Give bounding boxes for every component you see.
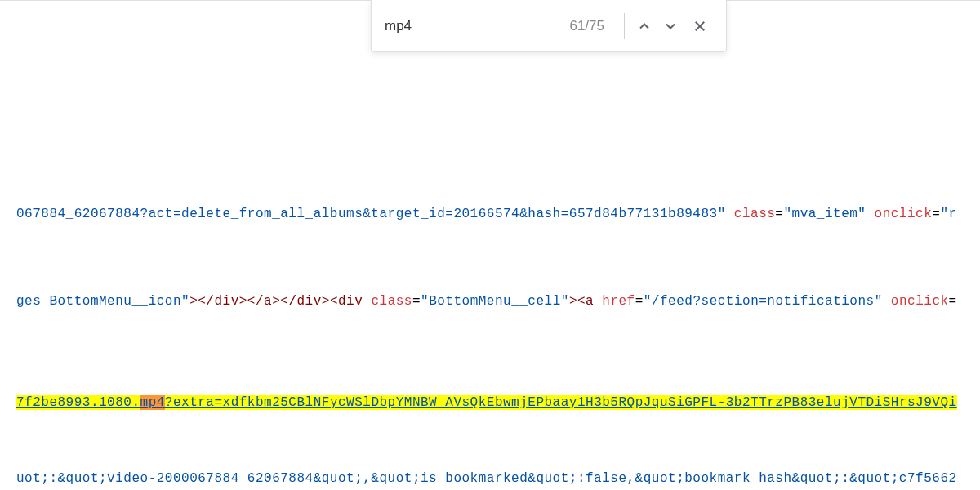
find-in-page-bar: 61/75 [371, 0, 727, 52]
code-line-highlighted: 7f2be8993.1080.mp4?extra=xdfkbm25CBlNFyc… [16, 393, 957, 412]
close-icon [693, 19, 707, 33]
match-count: 61/75 [569, 18, 604, 34]
previous-match-button[interactable] [631, 13, 657, 39]
search-input[interactable] [385, 18, 569, 34]
chevron-up-icon [636, 18, 653, 34]
code-line: uot;:&quot;video-2000067884_62067884&quo… [16, 469, 957, 488]
divider [624, 13, 625, 39]
close-button[interactable] [687, 13, 713, 39]
chevron-down-icon [662, 18, 679, 34]
next-match-button[interactable] [657, 13, 684, 39]
code-line: ges BottomMenu__icon"></div></a></div><d… [16, 292, 957, 311]
code-line: 067884_62067884?act=delete_from_all_albu… [16, 204, 957, 224]
current-match: mp4 [140, 395, 165, 410]
